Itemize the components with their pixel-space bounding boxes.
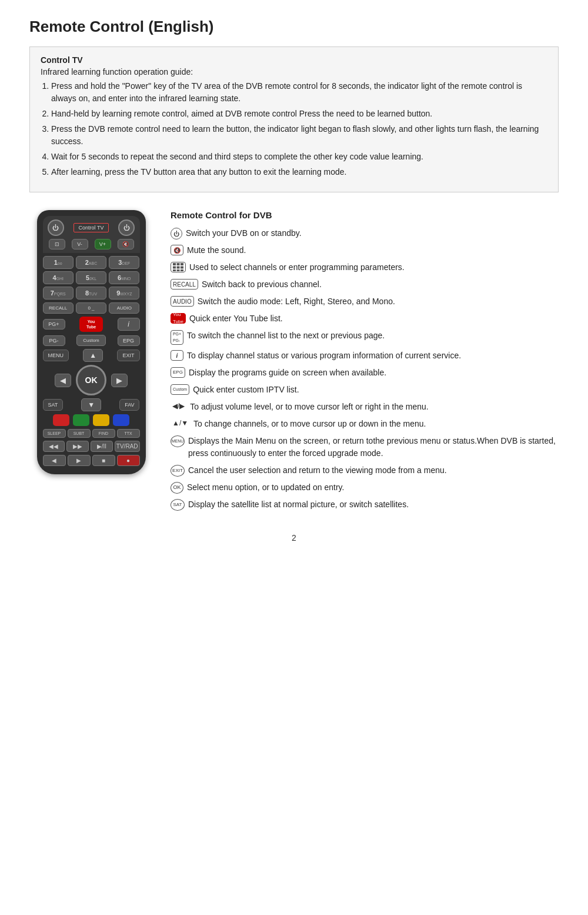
red-button[interactable] — [53, 414, 69, 426]
pg-youtube-row: PG+ You Tube i — [43, 317, 140, 332]
control-tv-steps: Press and hold the "Power" key of the TV… — [41, 80, 547, 178]
power-right-button[interactable]: ⏻ — [118, 219, 135, 236]
pg-minus-button[interactable]: PG- — [43, 335, 65, 346]
dvb-title: Remote Control for DVB — [171, 210, 559, 220]
source-button[interactable]: ⊡ — [49, 239, 65, 249]
svg-rect-1 — [177, 263, 180, 265]
green-button[interactable] — [73, 414, 89, 426]
play-button[interactable]: ▶ — [68, 455, 91, 466]
epg-button[interactable]: EPG — [118, 335, 140, 346]
pg-plus-button[interactable]: PG+ — [43, 319, 65, 330]
num-6-button[interactable]: 6MNO — [109, 271, 139, 284]
main-content-row: ⏻ Control TV ⏻ ⊡ V- V+ 🔇 1oo 2ABC 3DEF 4… — [29, 210, 559, 515]
info-button[interactable]: i — [118, 318, 140, 331]
exit-button[interactable]: EXIT — [117, 350, 139, 361]
desc-text-recall: Switch back to previous channel. — [202, 278, 559, 291]
remote-control: ⏻ Control TV ⏻ ⊡ V- V+ 🔇 1oo 2ABC 3DEF 4… — [37, 210, 146, 474]
rewind-button[interactable]: ◀◀ — [43, 441, 65, 452]
desc-item-epg: EPG Display the programs guide on screen… — [171, 367, 559, 379]
desc-text-ok: Select menu option, or to updated on ent… — [187, 481, 559, 494]
forward-button[interactable]: ▶▶ — [66, 441, 89, 452]
desc-list: ⏻ Switch your DVB on or standby. 🔇 Mute … — [171, 227, 559, 511]
desc-item-pg: PG+PG- To switch the channel list to the… — [171, 330, 559, 345]
audio-button[interactable]: AUDIO — [109, 302, 139, 314]
grid-desc-icon — [171, 262, 186, 272]
youtube-button[interactable]: You Tube — [79, 317, 103, 332]
svg-rect-8 — [181, 269, 183, 271]
up-arrow-button[interactable]: ▲ — [83, 349, 103, 362]
blue-button[interactable] — [113, 414, 129, 426]
desc-item-ok: OK Select menu option, or to updated on … — [171, 481, 559, 494]
num-8-button[interactable]: 8TUV — [76, 287, 106, 300]
recall-row: RECALL 0 _ AUDIO — [43, 302, 140, 314]
desc-item-mute: 🔇 Mute the sound. — [171, 244, 559, 257]
down-arrow-button[interactable]: ▼ — [81, 398, 101, 411]
menu-button[interactable]: MENU — [43, 350, 69, 361]
num-9-button[interactable]: 9WXYZ — [109, 287, 139, 300]
remote-top-section: ⏻ Control TV ⏻ ⊡ V- V+ 🔇 — [43, 216, 140, 253]
page-title: Remote Control (English) — [29, 18, 559, 36]
info-desc-icon: i — [171, 350, 183, 361]
desc-text-exit: Cancel the user selection and return to … — [188, 464, 559, 477]
tvrad-button[interactable]: TV/RAD — [115, 441, 140, 452]
find-button[interactable]: FIND — [92, 429, 115, 438]
control-tv-box: Control TV Infrared learning function op… — [29, 46, 559, 192]
control-tv-box-title: Control TV — [41, 55, 547, 65]
remote-wrap: ⏻ Control TV ⏻ ⊡ V- V+ 🔇 1oo 2ABC 3DEF 4… — [29, 210, 153, 474]
desc-item-grid: Used to select channels or enter program… — [171, 261, 559, 274]
updown-desc-icon: ▲/▼ — [171, 418, 190, 428]
num-5-button[interactable]: 5JKL — [76, 271, 106, 284]
color-buttons-row — [43, 414, 140, 426]
fav-button[interactable]: FAV — [119, 399, 139, 411]
desc-text-power: Switch your DVB on or standby. — [186, 227, 559, 239]
control-tv-intro: Infrared learning function operation gui… — [41, 67, 547, 76]
sleep-button[interactable]: SLEEP — [43, 429, 66, 438]
vol-minus-button[interactable]: V- — [72, 239, 88, 249]
desc-item-leftright: ◀/▶ To adjust volume level, or to move c… — [171, 401, 559, 413]
pg-custom-epg-row: PG- Custom EPG — [43, 335, 140, 346]
desc-item-updown: ▲/▼ To change channels, or to move curso… — [171, 418, 559, 430]
vol-down-media-button[interactable]: ◀ — [43, 455, 66, 466]
page-number: 2 — [29, 533, 559, 543]
pg-col: PG+ — [43, 319, 65, 330]
svg-rect-4 — [177, 267, 180, 269]
power-row: ⏻ Control TV ⏻ — [48, 219, 135, 236]
desc-item-exit: EXIT Cancel the user selection and retur… — [171, 464, 559, 477]
num-4-button[interactable]: 4GHI — [43, 271, 74, 284]
num-2-button[interactable]: 2ABC — [76, 256, 106, 269]
vol-plus-button[interactable]: V+ — [95, 239, 111, 249]
record-button[interactable]: ● — [117, 455, 140, 466]
dpad-middle-row: ◀ OK ▶ — [55, 365, 128, 395]
svg-rect-0 — [173, 263, 176, 265]
power-left-button[interactable]: ⏻ — [48, 219, 64, 236]
custom-desc-icon: Custom — [171, 384, 189, 395]
num-7-button[interactable]: 7PQRS — [43, 287, 74, 300]
right-arrow-button[interactable]: ▶ — [111, 374, 128, 387]
desc-item-youtube: YouTube Quick enter You Tube list. — [171, 312, 559, 325]
left-arrow-button[interactable]: ◀ — [55, 374, 71, 387]
playpause-button[interactable]: ▶/II — [91, 441, 113, 452]
num-0-button[interactable]: 0 _ — [76, 302, 106, 314]
ttx-button[interactable]: TTX — [117, 429, 140, 438]
num-1-button[interactable]: 1oo — [43, 256, 74, 269]
desc-text-epg: Display the programs guide on screen whe… — [189, 367, 559, 379]
yellow-button[interactable] — [93, 414, 109, 426]
function-buttons-row1: SLEEP SUBT FIND TTX — [43, 429, 140, 438]
leftright-desc-icon: ◀/▶ — [171, 401, 186, 411]
num-3-button[interactable]: 3DEF — [109, 256, 139, 269]
custom-button[interactable]: Custom — [76, 335, 106, 346]
desc-item-power: ⏻ Switch your DVB on or standby. — [171, 227, 559, 239]
recall-desc-icon: RECALL — [171, 279, 198, 290]
svg-rect-2 — [181, 263, 183, 265]
descriptions-panel: Remote Control for DVB ⏻ Switch your DVB… — [171, 210, 559, 515]
subt-button[interactable]: SUBT — [68, 429, 91, 438]
youtube-desc-icon: YouTube — [171, 313, 186, 324]
power-desc-icon: ⏻ — [171, 228, 182, 239]
mute-button[interactable]: 🔇 — [118, 239, 134, 249]
stop-button[interactable]: ■ — [92, 455, 115, 466]
recall-button[interactable]: RECALL — [43, 302, 74, 314]
ok-button[interactable]: OK — [76, 365, 106, 395]
sat-button[interactable]: SAT — [43, 399, 64, 411]
sat-desc-icon: SAT — [171, 499, 185, 511]
control-tv-label: Control TV — [74, 223, 109, 232]
